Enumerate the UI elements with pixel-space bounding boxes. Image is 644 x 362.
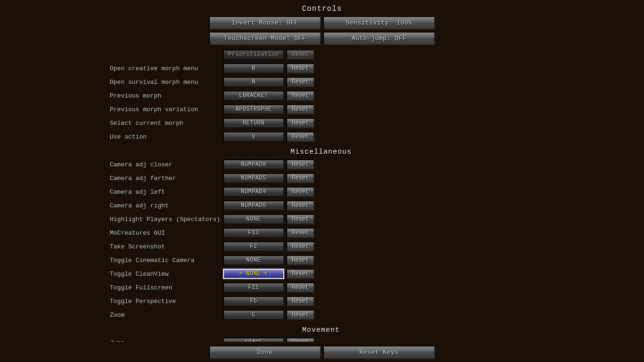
top-row-2: Touchscreen Mode: OFF Auto-jump: OFF xyxy=(209,32,435,45)
cinematic-label: Toggle Cinematic Camera xyxy=(96,257,223,264)
keybind-row-cam-right: Camera adj right NUMPAD6 Reset xyxy=(96,199,546,212)
perspective-key[interactable]: F5 xyxy=(223,296,284,306)
highlight-players-reset[interactable]: Reset xyxy=(286,214,314,224)
keybind-row-use-action: Use action V Reset xyxy=(96,130,546,143)
screenshot-reset[interactable]: Reset xyxy=(286,241,314,252)
prev-morph-key[interactable]: LBRACKET xyxy=(223,90,284,101)
select-morph-key[interactable]: RETURN xyxy=(223,118,284,128)
jump-key[interactable]: SPACE xyxy=(223,337,284,342)
movement-section-title: Movement xyxy=(96,326,546,334)
touchscreen-button[interactable]: Touchscreen Mode: OFF xyxy=(209,32,321,45)
cleanview-key[interactable]: > NONE < xyxy=(223,269,284,279)
keybind-row-cinematic: Toggle Cinematic Camera NONE Reset xyxy=(96,254,546,267)
cam-farther-label: Camera adj farther xyxy=(96,175,223,182)
prev-morph-label: Previous morph xyxy=(96,92,223,99)
keybind-row-prev-morph: Previous morph LBRACKET Reset xyxy=(96,89,546,102)
cam-right-label: Camera adj right xyxy=(96,202,223,209)
highlight-players-label: Highlight Players (Spectators) xyxy=(96,216,223,223)
cam-closer-reset[interactable]: Reset xyxy=(286,159,314,170)
top-row-1: Invert Mouse: OFF Sensitivity: 100% xyxy=(209,16,435,30)
open-survival-label: Open survival morph menu xyxy=(96,79,223,86)
top-controls: Invert Mouse: OFF Sensitivity: 100% Touc… xyxy=(209,16,435,45)
open-creative-key[interactable]: B xyxy=(223,63,284,74)
use-action-reset[interactable]: Reset xyxy=(286,132,314,142)
sensitivity-button[interactable]: Sensitivity: 100% xyxy=(323,16,435,30)
cam-right-reset[interactable]: Reset xyxy=(286,200,314,211)
open-survival-key[interactable]: N xyxy=(223,77,284,87)
prev-morph-var-reset[interactable]: Reset xyxy=(286,104,314,115)
keybind-scroll-area[interactable]: Prioritization Reset Open creative morph… xyxy=(96,48,548,342)
open-creative-reset[interactable]: Reset xyxy=(286,63,314,74)
controls-title: Controls xyxy=(302,5,342,13)
zoom-reset[interactable]: Reset xyxy=(286,310,314,320)
mocreatures-gui-label: MoCreatures GUI xyxy=(96,230,223,237)
cam-left-key[interactable]: NUMPAD4 xyxy=(223,187,284,197)
cam-closer-label: Camera adj closer xyxy=(96,161,223,168)
cam-closer-key[interactable]: NUMPAD8 xyxy=(223,159,284,170)
jump-reset[interactable]: Reset xyxy=(286,337,314,342)
perspective-reset[interactable]: Reset xyxy=(286,296,314,306)
cam-farther-reset[interactable]: Reset xyxy=(286,173,314,183)
select-morph-reset[interactable]: Reset xyxy=(286,118,314,128)
perspective-label: Toggle Perspective xyxy=(96,298,223,305)
main-container: Controls Invert Mouse: OFF Sensitivity: … xyxy=(0,0,644,362)
cleanview-reset[interactable]: Reset xyxy=(286,269,314,279)
jump-label: Jump xyxy=(96,339,223,342)
screenshot-label: Take Screenshot xyxy=(96,243,223,250)
partial-key[interactable]: Prioritization xyxy=(223,49,284,60)
keybind-row-select-morph: Select current morph RETURN Reset xyxy=(96,116,546,130)
invert-mouse-button[interactable]: Invert Mouse: OFF xyxy=(209,16,321,30)
cam-left-label: Camera adj left xyxy=(96,189,223,196)
use-action-label: Use action xyxy=(96,133,223,140)
done-button[interactable]: Done xyxy=(209,346,321,359)
partial-reset[interactable]: Reset xyxy=(286,49,314,60)
keybind-row-fullscreen: Toggle Fullscreen F11 Reset xyxy=(96,281,546,294)
fullscreen-label: Toggle Fullscreen xyxy=(96,284,223,291)
select-morph-label: Select current morph xyxy=(96,120,223,127)
zoom-label: Zoom xyxy=(96,312,223,319)
keybind-row-perspective: Toggle Perspective F5 Reset xyxy=(96,295,546,308)
keybind-row-jump: Jump SPACE Reset xyxy=(96,336,546,342)
fullscreen-key[interactable]: F11 xyxy=(223,282,284,293)
open-creative-label: Open creative morph menu xyxy=(96,65,223,72)
cam-right-key[interactable]: NUMPAD6 xyxy=(223,200,284,211)
bottom-bar: Done Reset Keys xyxy=(209,342,435,362)
highlight-players-key[interactable]: NONE xyxy=(223,214,284,224)
misc-section-title: Miscellaneous xyxy=(96,148,546,156)
partial-row: Prioritization Reset xyxy=(96,48,546,61)
keybind-row-cleanview: Toggle CleanView > NONE < Reset xyxy=(96,267,546,280)
auto-jump-button[interactable]: Auto-jump: OFF xyxy=(323,32,435,45)
keybind-row-highlight-players: Highlight Players (Spectators) NONE Rese… xyxy=(96,213,546,226)
prev-morph-var-key[interactable]: APOSTROPHE xyxy=(223,104,284,115)
open-survival-reset[interactable]: Reset xyxy=(286,77,314,87)
keybind-row-screenshot: Take Screenshot F2 Reset xyxy=(96,240,546,253)
zoom-key[interactable]: C xyxy=(223,310,284,320)
fullscreen-reset[interactable]: Reset xyxy=(286,282,314,293)
cleanview-label: Toggle CleanView xyxy=(96,271,223,278)
keybind-row-open-creative: Open creative morph menu B Reset xyxy=(96,62,546,75)
use-action-key[interactable]: V xyxy=(223,132,284,142)
keybind-row-prev-morph-var: Previous morph variation APOSTROPHE Rese… xyxy=(96,103,546,116)
cam-left-reset[interactable]: Reset xyxy=(286,187,314,197)
cam-farther-key[interactable]: NUMPAD5 xyxy=(223,173,284,183)
prev-morph-reset[interactable]: Reset xyxy=(286,90,314,101)
prev-morph-var-label: Previous morph variation xyxy=(96,106,223,113)
reset-keys-button[interactable]: Reset Keys xyxy=(323,346,435,359)
keybind-row-cam-closer: Camera adj closer NUMPAD8 Reset xyxy=(96,158,546,171)
keybind-row-cam-farther: Camera adj farther NUMPAD5 Reset xyxy=(96,172,546,185)
cinematic-key[interactable]: NONE xyxy=(223,255,284,265)
keybind-row-mocreatures-gui: MoCreatures GUI F13 Reset xyxy=(96,226,546,239)
screenshot-key[interactable]: F2 xyxy=(223,241,284,252)
keybind-row-cam-left: Camera adj left NUMPAD4 Reset xyxy=(96,185,546,198)
mocreatures-gui-reset[interactable]: Reset xyxy=(286,228,314,238)
mocreatures-gui-key[interactable]: F13 xyxy=(223,228,284,238)
cinematic-reset[interactable]: Reset xyxy=(286,255,314,265)
keybind-row-open-survival: Open survival morph menu N Reset xyxy=(96,75,546,89)
keybind-row-zoom: Zoom C Reset xyxy=(96,308,546,321)
